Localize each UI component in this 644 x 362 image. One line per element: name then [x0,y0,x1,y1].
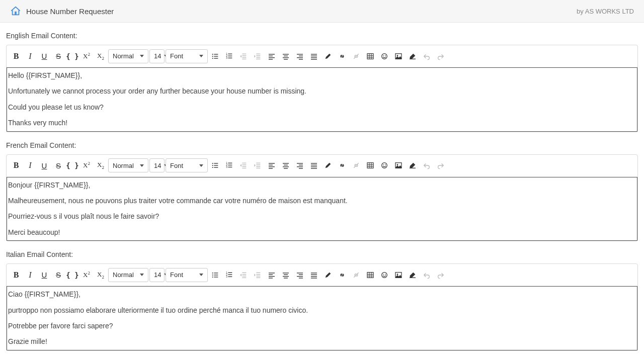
italian-line[interactable]: purtroppo non possiamo elaborare ulterio… [7,303,637,318]
svg-rect-68 [256,168,260,168]
svg-point-101 [212,277,213,278]
english-line[interactable]: Hello {{FIRST_NAME}}, [7,68,637,83]
english-body[interactable]: Hello {{FIRST_NAME}}, Unfortunately we c… [7,67,637,132]
link-button[interactable] [336,158,349,172]
superscript-button[interactable]: X2 [80,49,93,63]
italic-button[interactable]: I [24,158,37,172]
table-button[interactable] [364,268,377,282]
emoji-button[interactable] [378,158,391,172]
code-block-button[interactable]: { } [66,49,79,63]
ordered-list-button[interactable]: 123 [223,268,236,282]
ordered-list-button[interactable]: 123 [223,49,236,63]
paragraph-style-dropdown[interactable]: Normal [108,268,148,282]
clear-format-button[interactable] [406,268,419,282]
french-line[interactable]: Pourriez-vous s il vous plaît nous le fa… [7,209,637,224]
highlight-button[interactable] [321,268,335,282]
redo-button [434,268,447,282]
font-family-dropdown[interactable]: Font [166,49,208,63]
font-family-dropdown[interactable]: Font [166,158,208,172]
font-size-dropdown[interactable]: 14 [149,158,165,172]
unlink-button [350,158,363,172]
english-line[interactable]: Unfortunately we cannot process your ord… [7,83,637,99]
highlight-button[interactable] [321,49,335,63]
strike-button[interactable]: S [52,158,65,172]
align-center-button[interactable] [279,158,292,172]
align-left-button[interactable] [265,49,278,63]
french-line[interactable]: Merci beaucoup! [7,225,637,240]
table-button[interactable] [364,49,377,63]
italian-line[interactable]: Potrebbe per favore farci sapere? [7,318,637,334]
svg-point-139 [382,272,387,278]
align-center-button[interactable] [279,268,292,282]
align-justify-button[interactable] [307,49,320,63]
french-line[interactable]: Malheureusement, nous ne pouvons plus tr… [7,193,637,209]
svg-rect-113 [256,272,260,273]
image-button[interactable] [392,49,405,63]
bold-button[interactable]: B [10,268,23,282]
align-justify-button[interactable] [307,268,320,282]
italian-line[interactable]: Grazie mille! [7,334,637,349]
underline-button[interactable]: U [38,49,51,63]
align-right-button[interactable] [293,158,306,172]
svg-rect-56 [228,163,232,163]
italic-button[interactable]: I [24,268,37,282]
svg-rect-34 [311,55,317,56]
strike-button[interactable]: S [52,268,65,282]
image-button[interactable] [392,158,405,172]
align-justify-button[interactable] [307,158,320,172]
italian-toolbar: BIUS{ }X2X2Normal14Font123 [7,264,637,286]
code-block-button[interactable]: { } [66,158,79,172]
align-left-button[interactable] [265,158,278,172]
link-button[interactable] [336,49,349,63]
svg-rect-124 [284,278,288,278]
clear-format-button[interactable] [406,158,419,172]
bold-button[interactable]: B [10,158,23,172]
english-line[interactable]: Could you please let us know? [7,100,637,115]
english-line[interactable]: Thanks very much! [7,115,637,131]
align-left-button[interactable] [265,268,278,282]
emoji-button[interactable] [378,268,391,282]
ordered-list-button[interactable]: 123 [223,158,236,172]
svg-rect-65 [256,163,260,163]
clear-format-button[interactable] [406,49,419,63]
font-size-dropdown[interactable]: 14 [149,49,165,63]
subscript-button[interactable]: X2 [94,49,107,63]
french-body[interactable]: Bonjour {{FIRST_NAME}}, Malheureusement,… [7,177,637,241]
paragraph-style-dropdown[interactable]: Normal [108,49,148,63]
paragraph-style-dropdown[interactable]: Normal [108,158,148,172]
strike-button[interactable]: S [52,49,65,63]
align-right-button[interactable] [293,49,306,63]
superscript-button[interactable]: X2 [80,268,93,282]
svg-rect-115 [256,276,260,276]
svg-rect-119 [269,276,275,277]
highlight-button[interactable] [321,158,335,172]
unordered-list-button[interactable] [209,49,222,63]
svg-rect-134 [367,272,373,278]
table-button[interactable] [364,158,377,172]
font-size-dropdown[interactable]: 14 [149,268,165,282]
code-block-button[interactable]: { } [66,268,79,282]
italic-button[interactable]: I [24,49,37,63]
superscript-button[interactable]: X2 [80,158,93,172]
emoji-button[interactable] [378,49,391,63]
italian-body[interactable]: Ciao {{FIRST_NAME}}, purtroppo non possi… [7,286,637,350]
unordered-list-button[interactable] [209,268,222,282]
subscript-button[interactable]: X2 [94,268,107,282]
svg-rect-78 [299,165,303,165]
bold-button[interactable]: B [10,49,23,63]
svg-rect-131 [311,276,317,277]
unordered-list-button[interactable] [209,158,222,172]
french-line[interactable]: Bonjour {{FIRST_NAME}}, [7,177,637,193]
link-button[interactable] [336,268,349,282]
svg-rect-13 [242,53,246,54]
underline-button[interactable]: U [38,268,51,282]
svg-rect-72 [269,168,273,168]
image-button[interactable] [392,268,405,282]
subscript-button[interactable]: X2 [94,158,107,172]
font-family-dropdown[interactable]: Font [166,268,208,282]
underline-button[interactable]: U [38,158,51,172]
align-right-button[interactable] [293,268,306,282]
svg-rect-122 [284,274,288,275]
italian-line[interactable]: Ciao {{FIRST_NAME}}, [7,287,637,302]
align-center-button[interactable] [279,49,292,63]
